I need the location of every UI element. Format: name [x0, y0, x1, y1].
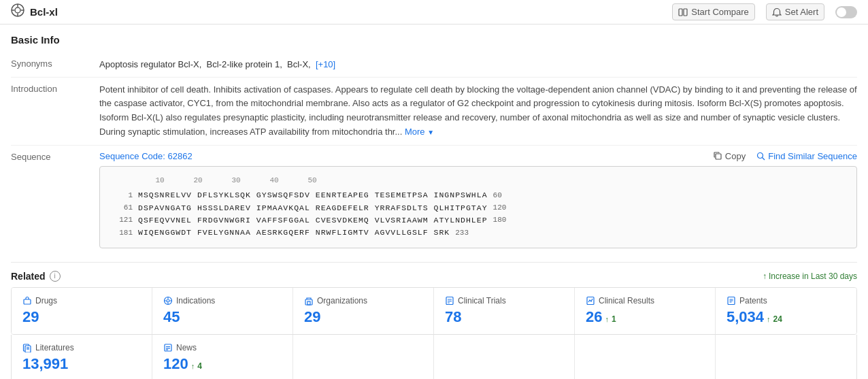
start-compare-button[interactable]: Start Compare	[672, 3, 755, 20]
seq-line-1: 1 MSQSNRELVV DFLSYKLSQK GYSWSQFSDV EENRT…	[111, 189, 846, 201]
literatures-icon	[22, 343, 32, 352]
svg-rect-18	[305, 299, 312, 305]
alert-icon	[772, 7, 782, 17]
drugs-icon	[22, 296, 32, 306]
header-right: Start Compare Set Alert	[672, 3, 857, 20]
introduction-label: Introduction	[11, 83, 99, 94]
stats-grid-row1: Drugs 29 Indications 45	[11, 287, 857, 335]
svg-rect-8	[716, 154, 721, 159]
news-icon	[163, 343, 173, 352]
copy-button[interactable]: Copy	[714, 151, 746, 161]
svg-line-10	[763, 158, 765, 161]
seq-line-4: 181 WIQENGGWDT FVELYGNNAA AESRKGQERF NRW…	[111, 227, 846, 239]
basic-info-title: Basic Info	[11, 24, 857, 52]
svg-point-1	[15, 7, 20, 13]
alert-toggle[interactable]	[835, 6, 857, 18]
clinical-trials-icon	[445, 296, 454, 306]
organizations-icon	[304, 296, 314, 306]
stat-empty-1	[293, 335, 434, 379]
sequence-code-link[interactable]: Sequence Code: 62862	[99, 151, 193, 161]
increase-arrow-icon: ↑	[763, 271, 767, 281]
header: Bcl-xl Start Compare Set Alert	[0, 0, 868, 24]
seq-line-3: 121 QSFEQVVNEL FRDGVNWGRI VAFFSFGGAL CVE…	[111, 214, 846, 227]
page-title: Bcl-xl	[30, 6, 58, 18]
stat-clinical-results[interactable]: Clinical Results 26 ↑ 1	[575, 288, 716, 334]
synonyms-value: Apoptosis regulator Bcl-X, Bcl-2-like pr…	[99, 58, 857, 71]
patents-icon	[727, 296, 736, 306]
increase-label: ↑ Increase in Last 30 days	[763, 271, 857, 281]
find-similar-button[interactable]: Find Similar Sequence	[756, 151, 857, 161]
seq-line-2: 61 DSPAVNGATG HSSSLDAREV IPMAAVKQAL REAG…	[111, 202, 846, 214]
stat-indications[interactable]: Indications 45	[152, 288, 293, 334]
svg-rect-6	[679, 9, 682, 16]
stat-organizations[interactable]: Organizations 29	[293, 288, 434, 334]
compare-icon	[678, 7, 688, 17]
content-area: Basic Info Synonyms Apoptosis regulator …	[0, 24, 868, 379]
copy-icon	[714, 152, 722, 161]
news-delta-arrow: ↑	[191, 362, 195, 370]
more-link[interactable]: More ▼	[405, 127, 434, 137]
synonyms-label: Synonyms	[11, 58, 99, 69]
stats-grid-row2: Literatures 13,991 News 120 ↑ 4	[11, 335, 857, 379]
svg-rect-7	[684, 9, 687, 16]
synonyms-more-link[interactable]: [+10]	[316, 59, 335, 69]
sequence-actions: Copy Find Similar Sequence	[714, 151, 857, 161]
patents-delta: 24	[773, 314, 782, 324]
stat-empty-3	[575, 335, 716, 379]
sequence-row: Sequence Sequence Code: 62862 Copy	[11, 146, 857, 254]
sequence-label: Sequence	[11, 151, 99, 162]
indications-icon	[163, 296, 173, 306]
search-similar-icon	[756, 152, 765, 161]
stat-news[interactable]: News 120 ↑ 4	[152, 335, 293, 379]
ruler-10: 10	[141, 175, 179, 187]
synonym-2: Bcl-2-like protein 1	[207, 59, 280, 69]
clinical-results-icon	[586, 296, 595, 306]
set-alert-button[interactable]: Set Alert	[766, 3, 824, 20]
svg-point-9	[758, 153, 763, 159]
related-title-wrap: Related i	[11, 271, 61, 282]
introduction-text: Potent inhibitor of cell death. Inhibits…	[99, 83, 857, 139]
ruler-30: 30	[217, 175, 255, 187]
clinical-results-delta: 1	[612, 314, 616, 324]
sequence-header: Sequence Code: 62862 Copy	[99, 151, 857, 161]
chevron-down-icon: ▼	[427, 129, 434, 136]
stat-drugs[interactable]: Drugs 29	[12, 288, 152, 334]
synonyms-row: Synonyms Apoptosis regulator Bcl-X, Bcl-…	[11, 52, 857, 78]
ruler-50: 50	[293, 175, 331, 187]
related-header: Related i ↑ Increase in Last 30 days	[11, 262, 857, 287]
ruler-20: 20	[179, 175, 217, 187]
synonym-1: Apoptosis regulator Bcl-X	[99, 59, 199, 69]
svg-rect-19	[307, 301, 310, 305]
stat-literatures[interactable]: Literatures 13,991	[12, 335, 152, 379]
related-title: Related	[11, 271, 46, 282]
clinical-results-delta-arrow: ↑	[605, 315, 609, 323]
svg-point-13	[167, 299, 169, 302]
svg-rect-11	[24, 299, 31, 304]
stat-empty-4	[716, 335, 856, 379]
stat-clinical-trials[interactable]: Clinical Trials 78	[434, 288, 575, 334]
news-delta: 4	[197, 361, 202, 371]
synonym-3: Bcl-X	[287, 59, 308, 69]
patents-delta-arrow: ↑	[767, 315, 771, 323]
ruler-40: 40	[255, 175, 293, 187]
introduction-row: Introduction Potent inhibitor of cell de…	[11, 78, 857, 146]
sequence-box: 10 20 30 40 50 1 MSQSNRELVV DFLSYKLSQK G…	[99, 166, 857, 248]
stat-empty-2	[434, 335, 575, 379]
related-info-icon[interactable]: i	[50, 271, 61, 282]
header-left: Bcl-xl	[11, 3, 58, 20]
stat-patents[interactable]: Patents 5,034 ↑ 24	[716, 288, 856, 334]
app-logo-icon	[11, 3, 24, 20]
